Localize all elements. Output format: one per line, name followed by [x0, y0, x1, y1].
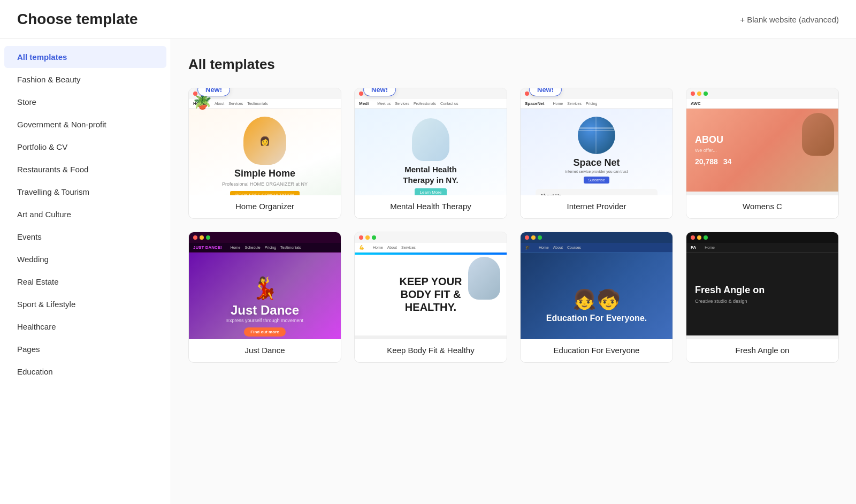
mock-nav-item-7b: About — [553, 246, 563, 249]
sidebar-item-education[interactable]: Education — [4, 361, 166, 383]
mock-nav-item-7c: Courses — [567, 246, 581, 249]
mock-stat-big-1: 20,788 — [695, 157, 718, 166]
main-layout: All templates Fashion & Beauty Store Gov… — [0, 39, 856, 504]
mock-womens-sub: We offer... — [695, 148, 717, 153]
mock-visual-womens: ABOU We offer... 20,788 34 — [686, 109, 838, 192]
mock-visual-education: 👧🧒 Education For Everyone. — [521, 253, 672, 339]
mock-just-dance-title: Just Dance — [231, 303, 299, 318]
template-image-keep-fit: 💪 Home About Services KEEP YOURBODY FIT … — [355, 232, 507, 339]
mock-education-title: Education For Everyone. — [541, 313, 652, 324]
mock-nav-item-5: Home — [231, 246, 241, 249]
dot-yellow-4 — [697, 91, 701, 96]
template-card-womens[interactable]: AWC ABOU We offer... 20,788 34 Womens C — [686, 88, 839, 219]
mock-logo-6: 💪 — [359, 245, 364, 250]
template-card-mental-health[interactable]: New! Medi Meet us Services Professionals… — [354, 88, 507, 219]
mock-nav-item-3: Pricing — [586, 102, 597, 105]
mock-just-dance-btn: Find out more — [244, 327, 285, 337]
sidebar-item-restaurants-food[interactable]: Restaurants & Food — [4, 158, 166, 180]
mock-nav-item-3: Home — [553, 102, 563, 105]
template-label-education-for-everyone: Education For Everyone — [521, 339, 672, 362]
person-illustration: 👩 — [243, 117, 286, 165]
mock-topbar-6 — [355, 232, 507, 243]
dot-yellow-8 — [697, 235, 701, 240]
mock-topbar-4 — [686, 88, 838, 99]
template-image-mental-health: Medi Meet us Services Professionals Cont… — [355, 88, 507, 195]
mock-nav-item-2: Professionals — [414, 102, 436, 105]
mock-nav-item-2: Meet us — [377, 102, 391, 105]
template-card-internet-provider[interactable]: New! SpaceNet Home Services Pricing — [520, 88, 673, 219]
mock-nav-item-6c: Services — [401, 246, 416, 249]
sidebar-item-real-estate[interactable]: Real Estate — [4, 271, 166, 293]
fitness-person-illustration — [468, 257, 500, 300]
kids-icon: 👧🧒 — [572, 288, 621, 311]
mock-keep-fit-title: KEEP YOURBODY FIT &HEALTHY. — [399, 275, 462, 314]
template-card-fresh-angle[interactable]: FA Home Fresh Angle on Creative studio &… — [686, 232, 839, 363]
template-image-education-for-everyone: 🎓 Home About Courses 👧🧒 Education For Ev… — [521, 232, 672, 339]
mock-nav-item-5d: Testimonials — [280, 246, 301, 249]
template-label-just-dance: Just Dance — [189, 339, 341, 362]
mock-visual-fresh-angle: Fresh Angle on Creative studio & design — [686, 253, 838, 335]
womens-person-illustration — [802, 113, 834, 156]
mock-nav-3: SpaceNet Home Services Pricing — [521, 99, 672, 109]
template-card-keep-fit[interactable]: 💪 Home About Services KEEP YOURBODY FIT … — [354, 232, 507, 363]
mock-visual-just-dance: 💃 Just Dance Express yourself through mo… — [189, 253, 341, 339]
sidebar-item-healthcare[interactable]: Healthcare — [4, 316, 166, 338]
mock-nav-item-2: Services — [395, 102, 409, 105]
template-image-internet-provider: SpaceNet Home Services Pricing Space Net… — [521, 88, 672, 195]
mock-topbar-5 — [189, 232, 341, 243]
mock-visual-home-organizer: 🪴 👩 Simple Home Professional HOME ORGANI… — [189, 109, 341, 195]
sidebar-item-government-nonprofit[interactable]: Government & Non-profit — [4, 113, 166, 135]
sidebar-item-events[interactable]: Events — [4, 226, 166, 248]
mock-nav-item-5b: Schedule — [244, 246, 260, 249]
sidebar-item-all-templates[interactable]: All templates — [4, 46, 166, 68]
dot-red-7 — [525, 235, 529, 240]
mock-topbar-8 — [686, 232, 838, 243]
mock-nav-item: Testimonials — [247, 102, 268, 105]
doctor-illustration — [412, 118, 449, 161]
mock-visual-mental-health: Mental HealthTherapy in NY. Learn More 1… — [355, 109, 507, 195]
mock-fresh-angle-sub: Creative studio & design — [695, 299, 747, 304]
mock-nav-item-8: Home — [705, 246, 715, 249]
template-label-home-organizer: Home Organizer — [189, 195, 341, 218]
dot-red-8 — [691, 235, 695, 240]
mock-nav-2: Medi Meet us Services Professionals Cont… — [355, 99, 507, 109]
sidebar-item-portfolio-cv[interactable]: Portfolio & CV — [4, 136, 166, 158]
mock-nav-6: 💪 Home About Services — [355, 243, 507, 253]
mock-just-dance-sub: Express yourself through movement — [226, 318, 303, 323]
sidebar-item-fashion-beauty[interactable]: Fashion & Beauty — [4, 68, 166, 90]
mock-nav-item: Services — [228, 102, 243, 105]
dancer-icon: 💃 — [251, 276, 278, 301]
mock-nav-item-6: Home — [373, 246, 383, 249]
mock-about-title: About Us — [540, 193, 653, 195]
sidebar-item-pages[interactable]: Pages — [4, 338, 166, 360]
dot-green-4 — [704, 91, 708, 96]
templates-grid-row1: New! HOME About Services Testimonials — [188, 88, 839, 219]
sidebar-item-travelling-tourism[interactable]: Travelling & Tourism — [4, 181, 166, 203]
template-card-just-dance[interactable]: JUST DANCE! Home Schedule Pricing Testim… — [188, 232, 341, 363]
mock-topbar-7 — [521, 232, 672, 243]
template-image-home-organizer: HOME About Services Testimonials 🪴 👩 Sim… — [189, 88, 341, 195]
dot-green-5 — [206, 235, 210, 240]
dot-yellow-6 — [365, 235, 370, 240]
header: Choose template + Blank website (advance… — [0, 0, 856, 39]
sidebar-item-sport-lifestyle[interactable]: Sport & Lifestyle — [4, 293, 166, 315]
template-image-womens: AWC ABOU We offer... 20,788 34 — [686, 88, 838, 195]
template-card-education-for-everyone[interactable]: 🎓 Home About Courses 👧🧒 Education For Ev… — [520, 232, 673, 363]
template-label-keep-fit: Keep Body Fit & Healthy — [355, 339, 507, 362]
mock-sub-3: internet service provider you can trust — [565, 170, 628, 173]
sidebar-item-store[interactable]: Store — [4, 91, 166, 113]
mock-nav-item: About — [215, 102, 224, 105]
mock-logo-7: 🎓 — [525, 245, 530, 250]
sidebar-item-art-culture[interactable]: Art and Culture — [4, 203, 166, 225]
mock-womens-title: ABOU — [695, 134, 723, 146]
dot-green-7 — [538, 235, 542, 240]
sidebar-item-wedding[interactable]: Wedding — [4, 248, 166, 270]
mock-nav-8: FA Home — [686, 243, 838, 253]
new-badge-internet-provider: New! — [529, 88, 562, 96]
mock-about-section: About Us We offer the fastest and most a… — [536, 189, 657, 195]
blank-website-button[interactable]: + Blank website (advanced) — [740, 15, 839, 24]
mock-nav-item-2: Contact us — [440, 102, 458, 105]
mock-nav-item-6b: About — [387, 246, 397, 249]
template-card-home-organizer[interactable]: New! HOME About Services Testimonials — [188, 88, 341, 219]
template-label-fresh-angle: Fresh Angle on — [686, 339, 838, 362]
